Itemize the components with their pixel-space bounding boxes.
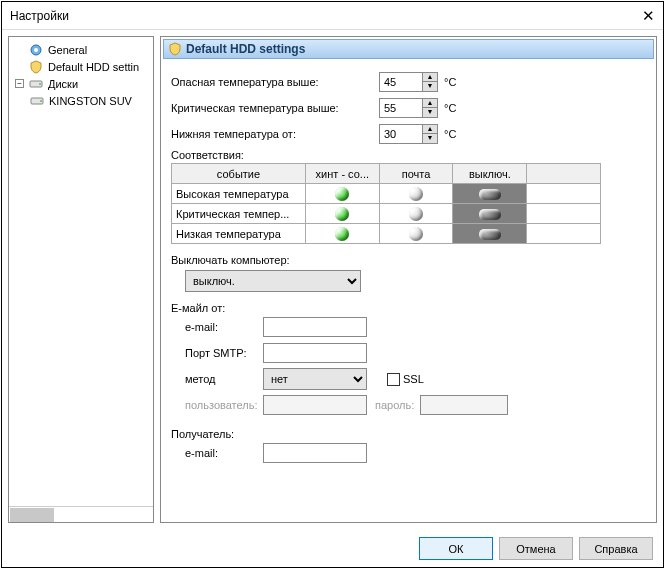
unit-label: °C — [444, 76, 456, 88]
tree-hscrollbar[interactable] — [9, 506, 153, 522]
dialog-buttons: ОК Отмена Справка — [2, 529, 663, 567]
input-email-to[interactable] — [263, 443, 367, 463]
label-password: пароль: — [375, 399, 414, 411]
cell-empty — [527, 184, 601, 204]
email-from-section: Е-майл от: e-mail: Порт SMTP: метод нет — [171, 302, 646, 418]
shield-icon — [28, 59, 44, 75]
input-lower-temp[interactable] — [379, 124, 423, 144]
cell-mail[interactable] — [379, 224, 453, 244]
led-dark-icon — [479, 189, 501, 200]
chevron-up-icon[interactable]: ▲ — [423, 99, 437, 108]
detail-body: Опасная температура выше: ▲ ▼ °C Критиче… — [163, 59, 654, 520]
chevron-up-icon[interactable]: ▲ — [423, 125, 437, 134]
shutdown-section: Выключать компьютер: выключ. — [171, 254, 646, 292]
unit-label: °C — [444, 102, 456, 114]
label-lower-temp: Нижняя температура от: — [171, 128, 379, 140]
col-event: событие — [172, 164, 306, 184]
input-critical-temp[interactable] — [379, 98, 423, 118]
cell-hint[interactable] — [305, 184, 379, 204]
cell-empty — [527, 224, 601, 244]
led-green-icon — [335, 187, 349, 201]
cell-off[interactable] — [453, 184, 527, 204]
led-grey-icon — [409, 207, 423, 221]
shield-icon — [168, 42, 182, 56]
led-green-icon — [335, 207, 349, 221]
label-rec-email: e-mail: — [171, 447, 263, 459]
gear-icon — [28, 42, 44, 58]
led-grey-icon — [409, 187, 423, 201]
tree-label: Default HDD settin — [48, 61, 139, 73]
table-row: Критическая темпер... — [172, 204, 601, 224]
svg-point-5 — [40, 100, 42, 102]
detail-header: Default HDD settings — [163, 39, 654, 59]
dialog-title: Настройки — [10, 9, 69, 23]
tree-label: Диски — [48, 78, 78, 90]
close-icon[interactable]: ✕ — [642, 7, 655, 25]
cell-hint[interactable] — [305, 224, 379, 244]
cell-event: Высокая температура — [172, 184, 306, 204]
cell-event: Критическая темпер... — [172, 204, 306, 224]
tree-item-default-hdd[interactable]: Default HDD settin — [11, 58, 151, 75]
spinner-danger[interactable]: ▲ ▼ — [423, 72, 438, 92]
help-button[interactable]: Справка — [579, 537, 653, 560]
chevron-down-icon[interactable]: ▼ — [423, 134, 437, 143]
settings-dialog: Настройки ✕ General Default HDD settin — [1, 1, 664, 568]
cell-hint[interactable] — [305, 204, 379, 224]
select-shutdown[interactable]: выключ. — [185, 270, 361, 292]
table-header-row: событие хинт - со... почта выключ. — [172, 164, 601, 184]
input-user — [263, 395, 367, 415]
cell-off[interactable] — [453, 204, 527, 224]
tree-toggle-none — [15, 62, 24, 71]
cell-mail[interactable] — [379, 204, 453, 224]
chevron-up-icon[interactable]: ▲ — [423, 73, 437, 82]
tree-toggle-none — [15, 45, 24, 54]
input-danger-temp[interactable] — [379, 72, 423, 92]
input-password — [420, 395, 508, 415]
recipient-section: Получатель: e-mail: — [171, 428, 646, 466]
label-ssl: SSL — [403, 373, 424, 385]
label-user: пользователь: — [171, 399, 263, 411]
scrollbar-thumb[interactable] — [10, 508, 54, 522]
label-email-from: Е-майл от: — [171, 302, 646, 314]
checkbox-ssl[interactable] — [387, 373, 400, 386]
row-critical-temp: Критическая температура выше: ▲ ▼ °C — [171, 95, 646, 121]
label-mapping: Соответствия: — [171, 149, 646, 161]
row-lower-temp: Нижняя температура от: ▲ ▼ °C — [171, 121, 646, 147]
label-recipient: Получатель: — [171, 428, 646, 440]
tree-panel: General Default HDD settin − Диски — [8, 36, 154, 523]
svg-point-1 — [34, 48, 38, 52]
detail-panel: Default HDD settings Опасная температура… — [160, 36, 657, 523]
cell-mail[interactable] — [379, 184, 453, 204]
tree-item-disks[interactable]: − Диски — [11, 75, 151, 92]
table-row: Высокая температура — [172, 184, 601, 204]
input-email-from[interactable] — [263, 317, 367, 337]
select-method[interactable]: нет — [263, 368, 367, 390]
led-dark-icon — [479, 209, 501, 220]
spinner-lower[interactable]: ▲ ▼ — [423, 124, 438, 144]
collapse-icon[interactable]: − — [15, 79, 24, 88]
chevron-down-icon[interactable]: ▼ — [423, 82, 437, 91]
row-danger-temp: Опасная температура выше: ▲ ▼ °C — [171, 69, 646, 95]
unit-label: °C — [444, 128, 456, 140]
label-shutdown: Выключать компьютер: — [171, 254, 646, 266]
label-critical-temp: Критическая температура выше: — [171, 102, 379, 114]
led-green-icon — [335, 227, 349, 241]
detail-title: Default HDD settings — [186, 42, 305, 56]
nav-tree[interactable]: General Default HDD settin − Диски — [9, 37, 153, 506]
titlebar: Настройки ✕ — [2, 2, 663, 30]
tree-item-general[interactable]: General — [11, 41, 151, 58]
ok-button[interactable]: ОК — [419, 537, 493, 560]
label-danger-temp: Опасная температура выше: — [171, 76, 379, 88]
chevron-down-icon[interactable]: ▼ — [423, 108, 437, 117]
input-smtp-port[interactable] — [263, 343, 367, 363]
tree-item-disk-0[interactable]: KINGSTON SUV — [11, 92, 151, 109]
tree-label: General — [48, 44, 87, 56]
col-hint: хинт - со... — [305, 164, 379, 184]
cell-off[interactable] — [453, 224, 527, 244]
cell-event: Низкая температура — [172, 224, 306, 244]
table-row: Низкая температура — [172, 224, 601, 244]
events-table: событие хинт - со... почта выключ. Высок… — [171, 163, 601, 244]
label-port: Порт SMTP: — [171, 347, 263, 359]
cancel-button[interactable]: Отмена — [499, 537, 573, 560]
spinner-critical[interactable]: ▲ ▼ — [423, 98, 438, 118]
